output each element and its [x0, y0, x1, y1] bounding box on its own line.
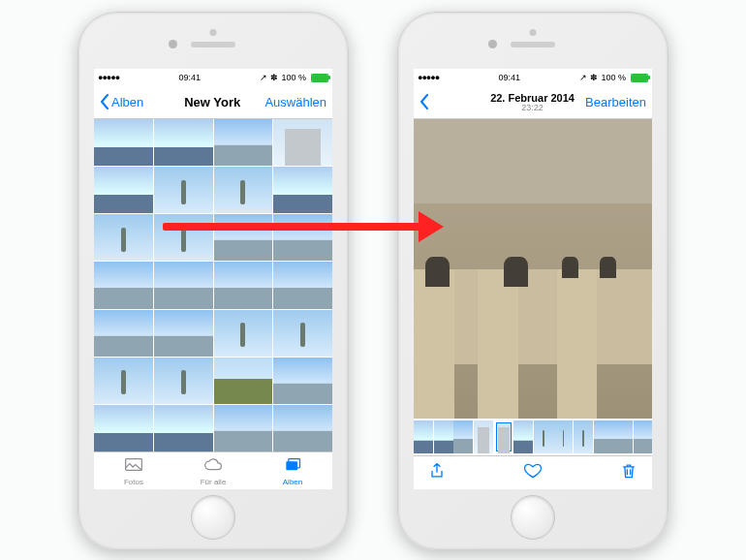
home-button[interactable]: [511, 495, 555, 540]
photos-icon: [124, 456, 143, 477]
select-button[interactable]: Auswählen: [264, 95, 326, 109]
battery-icon: [311, 74, 328, 82]
tab-label: Fotos: [124, 478, 143, 486]
scrubber-thumb[interactable]: [634, 420, 652, 453]
tab-label: Für alle: [201, 478, 227, 486]
photo-thumb[interactable]: [214, 405, 273, 451]
signal-dots: ●●●●●: [418, 73, 439, 82]
chevron-left-icon: [100, 94, 109, 109]
photo-thumb[interactable]: [214, 167, 273, 213]
page-subtitle: 23:22: [521, 103, 544, 112]
battery-percent: 100 %: [601, 73, 626, 82]
phone-front-camera: [169, 40, 177, 48]
screen-detail: ●●●●● 09:41 ↗ ✽ 100 % 22. Februar 2014 2…: [414, 69, 652, 489]
photo-thumb[interactable]: [154, 310, 213, 357]
photo-thumb[interactable]: [154, 167, 213, 213]
chevron-left-icon: [420, 94, 429, 109]
svg-rect-1: [286, 461, 297, 470]
tab-fueralle[interactable]: Für alle: [173, 452, 253, 489]
back-label: Alben: [111, 95, 143, 109]
tab-alben[interactable]: Alben: [253, 452, 332, 489]
photo-thumb[interactable]: [94, 119, 153, 166]
battery-icon: [631, 74, 648, 82]
photo-thumb[interactable]: [94, 214, 153, 261]
scrubber-thumb[interactable]: [414, 420, 433, 453]
phone-mockup-right: ●●●●● 09:41 ↗ ✽ 100 % 22. Februar 2014 2…: [397, 12, 668, 550]
scrubber-thumb[interactable]: [534, 420, 553, 453]
photo-thumb[interactable]: [273, 358, 332, 404]
photo-thumb[interactable]: [154, 119, 213, 166]
cloud-icon: [203, 456, 223, 477]
photo-scrubber[interactable]: [414, 419, 652, 455]
share-button[interactable]: [427, 461, 447, 484]
location-icon: ↗: [260, 73, 267, 82]
photo-thumb[interactable]: [94, 310, 153, 357]
back-button[interactable]: [420, 94, 480, 109]
photo-thumb[interactable]: [273, 119, 332, 166]
scrubber-thumb[interactable]: [453, 420, 473, 453]
trash-icon: [619, 461, 638, 481]
scrubber-thumb[interactable]: [594, 420, 613, 453]
scrubber-thumb[interactable]: [494, 420, 513, 453]
tab-bar: FotosFür alleAlben: [94, 451, 332, 489]
delete-button[interactable]: [619, 461, 638, 484]
page-title: New York: [184, 95, 240, 109]
scrubber-thumb[interactable]: [474, 420, 493, 453]
status-time: 09:41: [179, 73, 202, 82]
photo-thumb[interactable]: [273, 310, 332, 357]
photo-thumb[interactable]: [214, 119, 273, 166]
photo-thumb[interactable]: [273, 405, 332, 451]
photo-thumb[interactable]: [154, 358, 213, 404]
share-icon: [427, 461, 447, 481]
photo-thumb[interactable]: [214, 310, 273, 357]
phone-speaker: [191, 42, 235, 47]
phone-sensor: [210, 29, 217, 36]
location-icon: ↗: [579, 73, 587, 82]
battery-percent: 100 %: [281, 73, 306, 82]
status-time: 09:41: [499, 73, 521, 82]
photo-grid: [94, 119, 332, 451]
phone-speaker: [511, 42, 555, 47]
photo-thumb[interactable]: [94, 358, 153, 404]
photo-thumb[interactable]: [154, 262, 213, 308]
back-button[interactable]: Alben: [100, 94, 160, 109]
navigation-bar: Alben New York Auswählen: [94, 85, 332, 119]
phone-mockup-left: ●●●●● 09:41 ↗ ✽ 100 % Alben New York Aus…: [78, 12, 349, 550]
bluetooth-icon: ✽: [590, 73, 598, 82]
screen-album: ●●●●● 09:41 ↗ ✽ 100 % Alben New York Aus…: [94, 69, 332, 489]
status-bar: ●●●●● 09:41 ↗ ✽ 100 %: [94, 69, 332, 85]
status-bar: ●●●●● 09:41 ↗ ✽ 100 %: [414, 69, 652, 85]
favorite-button[interactable]: [523, 461, 543, 484]
signal-dots: ●●●●●: [98, 73, 119, 82]
heart-icon: [523, 461, 543, 481]
photo-thumb[interactable]: [214, 262, 273, 308]
phone-sensor: [530, 29, 537, 36]
photo-thumb[interactable]: [273, 167, 332, 213]
bottom-toolbar: [414, 455, 652, 489]
navigation-bar: 22. Februar 2014 23:22 Bearbeiten: [414, 85, 652, 119]
photo-thumb[interactable]: [94, 167, 153, 213]
scrubber-thumb[interactable]: [513, 420, 533, 453]
photo-thumb[interactable]: [214, 358, 273, 404]
scrubber-thumb[interactable]: [613, 420, 633, 453]
scrubber-thumb[interactable]: [553, 420, 573, 453]
phone-front-camera: [488, 40, 497, 48]
albums-icon: [283, 456, 302, 477]
annotation-arrow: [163, 215, 444, 238]
bluetooth-icon: ✽: [270, 73, 278, 82]
tab-fotos[interactable]: Fotos: [94, 452, 173, 489]
scrubber-thumb[interactable]: [574, 420, 593, 453]
photo-view[interactable]: [414, 119, 652, 419]
home-button[interactable]: [191, 495, 235, 540]
photo-thumb[interactable]: [94, 405, 153, 451]
photo-thumb[interactable]: [94, 262, 153, 308]
scrubber-thumb[interactable]: [434, 420, 453, 453]
edit-button[interactable]: Bearbeiten: [585, 95, 646, 109]
photo-thumb[interactable]: [273, 262, 332, 308]
photo-thumb[interactable]: [154, 405, 213, 451]
tab-label: Alben: [283, 478, 302, 486]
